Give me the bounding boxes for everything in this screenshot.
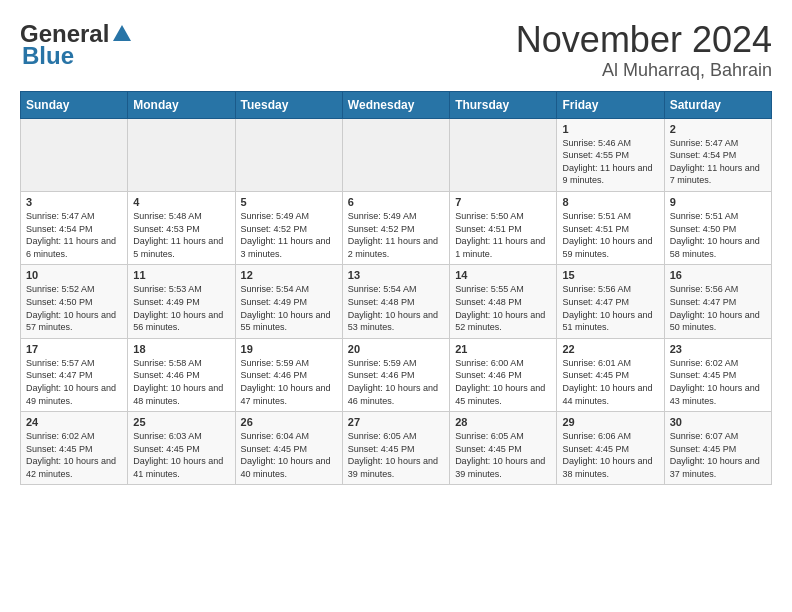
day-number: 3: [26, 196, 122, 208]
day-number: 20: [348, 343, 444, 355]
page: General Blue November 2024 Al Muharraq, …: [0, 0, 792, 495]
day-info: Sunrise: 5:59 AMSunset: 4:46 PMDaylight:…: [241, 357, 337, 407]
day-number: 29: [562, 416, 658, 428]
calendar-cell: 7Sunrise: 5:50 AMSunset: 4:51 PMDaylight…: [450, 191, 557, 264]
calendar-cell: [235, 118, 342, 191]
day-number: 8: [562, 196, 658, 208]
calendar-cell: 25Sunrise: 6:03 AMSunset: 4:45 PMDayligh…: [128, 412, 235, 485]
day-number: 16: [670, 269, 766, 281]
calendar-cell: 13Sunrise: 5:54 AMSunset: 4:48 PMDayligh…: [342, 265, 449, 338]
day-info: Sunrise: 5:51 AMSunset: 4:51 PMDaylight:…: [562, 210, 658, 260]
calendar-cell: 8Sunrise: 5:51 AMSunset: 4:51 PMDaylight…: [557, 191, 664, 264]
calendar-cell: 24Sunrise: 6:02 AMSunset: 4:45 PMDayligh…: [21, 412, 128, 485]
day-number: 14: [455, 269, 551, 281]
calendar-cell: 1Sunrise: 5:46 AMSunset: 4:55 PMDaylight…: [557, 118, 664, 191]
calendar-week-row: 1Sunrise: 5:46 AMSunset: 4:55 PMDaylight…: [21, 118, 772, 191]
calendar-cell: 22Sunrise: 6:01 AMSunset: 4:45 PMDayligh…: [557, 338, 664, 411]
day-number: 28: [455, 416, 551, 428]
day-info: Sunrise: 5:49 AMSunset: 4:52 PMDaylight:…: [348, 210, 444, 260]
day-info: Sunrise: 6:05 AMSunset: 4:45 PMDaylight:…: [348, 430, 444, 480]
weekday-header: Monday: [128, 91, 235, 118]
day-number: 21: [455, 343, 551, 355]
calendar-cell: 27Sunrise: 6:05 AMSunset: 4:45 PMDayligh…: [342, 412, 449, 485]
calendar-cell: [128, 118, 235, 191]
weekday-header: Wednesday: [342, 91, 449, 118]
calendar-cell: 12Sunrise: 5:54 AMSunset: 4:49 PMDayligh…: [235, 265, 342, 338]
calendar-cell: [21, 118, 128, 191]
day-info: Sunrise: 5:46 AMSunset: 4:55 PMDaylight:…: [562, 137, 658, 187]
day-info: Sunrise: 5:54 AMSunset: 4:49 PMDaylight:…: [241, 283, 337, 333]
day-info: Sunrise: 5:53 AMSunset: 4:49 PMDaylight:…: [133, 283, 229, 333]
day-info: Sunrise: 6:01 AMSunset: 4:45 PMDaylight:…: [562, 357, 658, 407]
weekday-header: Friday: [557, 91, 664, 118]
day-number: 9: [670, 196, 766, 208]
calendar-cell: 26Sunrise: 6:04 AMSunset: 4:45 PMDayligh…: [235, 412, 342, 485]
svg-marker-0: [113, 25, 131, 41]
day-info: Sunrise: 5:58 AMSunset: 4:46 PMDaylight:…: [133, 357, 229, 407]
day-number: 30: [670, 416, 766, 428]
day-info: Sunrise: 6:04 AMSunset: 4:45 PMDaylight:…: [241, 430, 337, 480]
day-info: Sunrise: 6:02 AMSunset: 4:45 PMDaylight:…: [26, 430, 122, 480]
calendar-week-row: 3Sunrise: 5:47 AMSunset: 4:54 PMDaylight…: [21, 191, 772, 264]
day-info: Sunrise: 5:47 AMSunset: 4:54 PMDaylight:…: [26, 210, 122, 260]
day-number: 12: [241, 269, 337, 281]
calendar-table: SundayMondayTuesdayWednesdayThursdayFrid…: [20, 91, 772, 486]
day-number: 25: [133, 416, 229, 428]
calendar-cell: [450, 118, 557, 191]
day-info: Sunrise: 6:00 AMSunset: 4:46 PMDaylight:…: [455, 357, 551, 407]
calendar-cell: 16Sunrise: 5:56 AMSunset: 4:47 PMDayligh…: [664, 265, 771, 338]
day-number: 4: [133, 196, 229, 208]
day-number: 13: [348, 269, 444, 281]
day-number: 7: [455, 196, 551, 208]
calendar-cell: 18Sunrise: 5:58 AMSunset: 4:46 PMDayligh…: [128, 338, 235, 411]
day-info: Sunrise: 5:47 AMSunset: 4:54 PMDaylight:…: [670, 137, 766, 187]
calendar-cell: 21Sunrise: 6:00 AMSunset: 4:46 PMDayligh…: [450, 338, 557, 411]
calendar-cell: 19Sunrise: 5:59 AMSunset: 4:46 PMDayligh…: [235, 338, 342, 411]
day-number: 6: [348, 196, 444, 208]
calendar-cell: 15Sunrise: 5:56 AMSunset: 4:47 PMDayligh…: [557, 265, 664, 338]
logo-icon: [111, 23, 133, 45]
day-info: Sunrise: 5:54 AMSunset: 4:48 PMDaylight:…: [348, 283, 444, 333]
day-number: 15: [562, 269, 658, 281]
calendar-cell: 20Sunrise: 5:59 AMSunset: 4:46 PMDayligh…: [342, 338, 449, 411]
calendar-cell: 29Sunrise: 6:06 AMSunset: 4:45 PMDayligh…: [557, 412, 664, 485]
day-info: Sunrise: 6:05 AMSunset: 4:45 PMDaylight:…: [455, 430, 551, 480]
calendar-week-row: 10Sunrise: 5:52 AMSunset: 4:50 PMDayligh…: [21, 265, 772, 338]
day-info: Sunrise: 5:48 AMSunset: 4:53 PMDaylight:…: [133, 210, 229, 260]
calendar-header-row: SundayMondayTuesdayWednesdayThursdayFrid…: [21, 91, 772, 118]
day-info: Sunrise: 5:59 AMSunset: 4:46 PMDaylight:…: [348, 357, 444, 407]
day-info: Sunrise: 5:57 AMSunset: 4:47 PMDaylight:…: [26, 357, 122, 407]
logo-blue: Blue: [22, 42, 74, 70]
calendar-cell: 3Sunrise: 5:47 AMSunset: 4:54 PMDaylight…: [21, 191, 128, 264]
day-info: Sunrise: 5:50 AMSunset: 4:51 PMDaylight:…: [455, 210, 551, 260]
calendar-title: November 2024: [516, 20, 772, 60]
weekday-header: Thursday: [450, 91, 557, 118]
calendar-cell: 14Sunrise: 5:55 AMSunset: 4:48 PMDayligh…: [450, 265, 557, 338]
calendar-cell: 30Sunrise: 6:07 AMSunset: 4:45 PMDayligh…: [664, 412, 771, 485]
calendar-cell: 10Sunrise: 5:52 AMSunset: 4:50 PMDayligh…: [21, 265, 128, 338]
day-number: 24: [26, 416, 122, 428]
calendar-cell: 6Sunrise: 5:49 AMSunset: 4:52 PMDaylight…: [342, 191, 449, 264]
title-block: November 2024 Al Muharraq, Bahrain: [516, 20, 772, 81]
calendar-cell: 28Sunrise: 6:05 AMSunset: 4:45 PMDayligh…: [450, 412, 557, 485]
weekday-header: Tuesday: [235, 91, 342, 118]
day-number: 18: [133, 343, 229, 355]
calendar-cell: 11Sunrise: 5:53 AMSunset: 4:49 PMDayligh…: [128, 265, 235, 338]
day-number: 1: [562, 123, 658, 135]
calendar-week-row: 24Sunrise: 6:02 AMSunset: 4:45 PMDayligh…: [21, 412, 772, 485]
day-number: 5: [241, 196, 337, 208]
weekday-header: Sunday: [21, 91, 128, 118]
day-number: 26: [241, 416, 337, 428]
header: General Blue November 2024 Al Muharraq, …: [20, 20, 772, 81]
logo: General Blue: [20, 20, 135, 70]
day-info: Sunrise: 6:03 AMSunset: 4:45 PMDaylight:…: [133, 430, 229, 480]
day-info: Sunrise: 6:07 AMSunset: 4:45 PMDaylight:…: [670, 430, 766, 480]
day-info: Sunrise: 5:49 AMSunset: 4:52 PMDaylight:…: [241, 210, 337, 260]
calendar-cell: 17Sunrise: 5:57 AMSunset: 4:47 PMDayligh…: [21, 338, 128, 411]
calendar-cell: [342, 118, 449, 191]
day-number: 22: [562, 343, 658, 355]
day-number: 11: [133, 269, 229, 281]
day-number: 19: [241, 343, 337, 355]
day-info: Sunrise: 5:52 AMSunset: 4:50 PMDaylight:…: [26, 283, 122, 333]
day-number: 17: [26, 343, 122, 355]
